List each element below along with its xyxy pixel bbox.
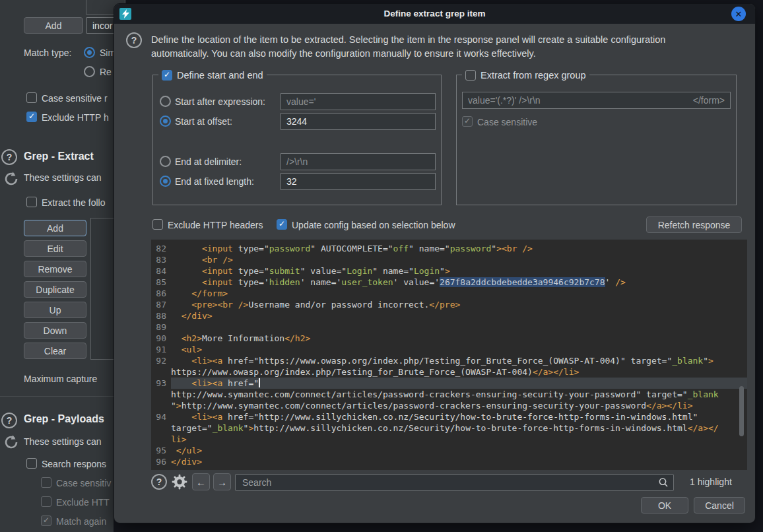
search-options-gear-icon[interactable] bbox=[171, 473, 188, 490]
code-row: 94 <li><a href="http://www.sillychicken.… bbox=[151, 411, 747, 422]
case-sensitive-match-label: Case sensitive r bbox=[42, 93, 108, 104]
search-help-icon[interactable]: ? bbox=[151, 474, 167, 490]
case-sensitiv-checkbox bbox=[41, 477, 51, 488]
dialog-title: Define extract grep item bbox=[114, 4, 755, 24]
search-input[interactable] bbox=[235, 474, 674, 491]
response-code-panel[interactable]: 82 <input type="password" AUTOCOMPLETE="… bbox=[151, 240, 747, 470]
grep-payloads-help-icon[interactable]: ? bbox=[1, 413, 17, 428]
sidebar-button-clear[interactable]: Clear bbox=[24, 343, 86, 359]
code-row: ">http://www.symantec.com/connect/articl… bbox=[151, 400, 747, 411]
line-number: 84 bbox=[151, 265, 171, 277]
sidebar-button-duplicate[interactable]: Duplicate bbox=[24, 281, 86, 298]
line-number: 96 bbox=[151, 456, 171, 467]
exclude-http-headers-checkbox[interactable] bbox=[152, 219, 163, 230]
code-row: 85 <input type='hidden' name='user_token… bbox=[151, 277, 747, 288]
exclude-htt-checkbox bbox=[41, 496, 51, 507]
code-lines: 82 <input type="password" AUTOCOMPLETE="… bbox=[151, 243, 747, 467]
end-at-fixed-length-label: End at fixed length: bbox=[175, 176, 254, 187]
code-text: <input type="submit" value="Login" name=… bbox=[171, 265, 747, 277]
regex-value-end: </form> bbox=[693, 95, 725, 106]
grep-extract-help-icon[interactable]: ? bbox=[1, 149, 17, 165]
extract-regex-label: Extract from regex group bbox=[481, 70, 586, 81]
code-scrollbar-thumb[interactable] bbox=[739, 386, 744, 436]
line-number: 86 bbox=[151, 288, 171, 299]
code-text: <li><a href=" bbox=[171, 378, 747, 389]
code-row: 91 <ul> bbox=[151, 344, 747, 355]
code-text: <input type='hidden' name='user_token' v… bbox=[171, 277, 747, 288]
code-row: target="_blank">http://www.sillychicken.… bbox=[151, 422, 747, 434]
grep-payloads-reset-icon[interactable] bbox=[3, 434, 20, 451]
payload-option-row: Match again bbox=[26, 515, 112, 527]
line-number: 91 bbox=[151, 344, 171, 355]
match-type-label: Match type: bbox=[24, 48, 71, 58]
end-at-fixed-length-field[interactable]: 32 bbox=[281, 173, 436, 190]
define-start-end-group: Define start and end Start after express… bbox=[152, 75, 442, 205]
payload-option-row: Case sensitiv bbox=[26, 477, 112, 489]
case-sensitive-match-checkbox[interactable] bbox=[26, 92, 37, 103]
grep-extract-reset-icon[interactable] bbox=[3, 170, 20, 187]
code-text: https://www.owasp.org/index.php/Testing_… bbox=[171, 366, 747, 378]
sidebar-button-down[interactable]: Down bbox=[24, 322, 86, 339]
code-row: 87 <pre><br />Username and/or password i… bbox=[151, 299, 747, 310]
end-at-delimiter-radio[interactable] bbox=[160, 156, 171, 167]
highlight-count: 1 highlight bbox=[690, 477, 732, 487]
start-end-row: End at delimiter:/>\r\n bbox=[153, 153, 441, 173]
screen: Add incor Match type: Sim Re Case sensit… bbox=[0, 0, 763, 532]
line-number bbox=[151, 389, 171, 400]
dialog-titlebar[interactable]: Define extract grep item ✕ bbox=[114, 4, 755, 24]
match-again-label: Match again bbox=[56, 516, 106, 527]
update-config-checkbox[interactable] bbox=[277, 219, 287, 230]
start-after-expression-field[interactable]: value=' bbox=[281, 93, 436, 110]
code-text: target="_blank">http://www.sillychicken.… bbox=[171, 422, 747, 434]
dialog-help-icon[interactable]: ? bbox=[126, 32, 142, 48]
code-text: <ul> bbox=[171, 344, 747, 355]
extract-regex-checkbox[interactable] bbox=[465, 70, 476, 81]
line-number: 85 bbox=[151, 277, 171, 288]
start-end-row: Start at offset:3244 bbox=[153, 113, 441, 133]
end-at-fixed-length-radio[interactable] bbox=[160, 176, 171, 187]
extract-following-checkbox[interactable] bbox=[26, 197, 37, 207]
cancel-button[interactable]: Cancel bbox=[694, 497, 745, 514]
code-text: </div> bbox=[171, 310, 747, 321]
exclude-http-headers-match-checkbox[interactable] bbox=[26, 112, 37, 122]
code-text: </form> bbox=[171, 288, 747, 299]
line-number: 89 bbox=[151, 321, 171, 333]
sidebar-button-up[interactable]: Up bbox=[24, 302, 86, 318]
add-button-top[interactable]: Add bbox=[24, 17, 83, 34]
end-at-delimiter-field[interactable]: />\r\n bbox=[281, 153, 436, 170]
regex-field[interactable]: value='(.*?)' />\r\n </form> bbox=[462, 92, 731, 109]
define-start-end-label: Define start and end bbox=[177, 70, 263, 81]
grep-extract-title: Grep - Extract bbox=[24, 150, 94, 162]
line-number bbox=[151, 434, 171, 445]
refetch-response-button[interactable]: Refetch response bbox=[646, 216, 742, 233]
search-respons-checkbox[interactable] bbox=[26, 458, 37, 469]
text-caret bbox=[259, 378, 260, 387]
sidebar-button-remove[interactable]: Remove bbox=[24, 261, 86, 277]
code-text bbox=[171, 321, 747, 333]
define-start-end-checkbox[interactable] bbox=[162, 70, 172, 81]
line-number: 82 bbox=[151, 243, 171, 254]
ok-button[interactable]: OK bbox=[641, 497, 688, 514]
start-after-expression-radio[interactable] bbox=[160, 96, 171, 107]
regex-case-sensitive-checkbox bbox=[462, 116, 473, 127]
line-number bbox=[151, 400, 171, 411]
start-at-offset-field[interactable]: 3244 bbox=[281, 113, 436, 130]
code-text: </div> bbox=[171, 456, 747, 467]
match-type-regex-radio[interactable] bbox=[84, 66, 95, 77]
start-at-offset-label: Start at offset: bbox=[175, 116, 232, 127]
next-highlight-button[interactable]: → bbox=[213, 473, 231, 490]
grep-extract-desc: These settings can bbox=[24, 172, 102, 183]
sidebar-button-add[interactable]: Add bbox=[24, 220, 86, 236]
match-type-simple-radio[interactable] bbox=[84, 47, 95, 58]
close-icon[interactable]: ✕ bbox=[731, 7, 746, 21]
sidebar-button-edit[interactable]: Edit bbox=[24, 240, 86, 257]
line-number bbox=[151, 366, 171, 378]
code-text: </ul> bbox=[171, 445, 747, 456]
case-sensitiv-label: Case sensitiv bbox=[56, 478, 111, 488]
line-number: 83 bbox=[151, 254, 171, 265]
extract-following-label: Extract the follo bbox=[42, 197, 106, 208]
code-row: 84 <input type="submit" value="Login" na… bbox=[151, 265, 747, 277]
code-row: li> bbox=[151, 434, 747, 445]
previous-highlight-button[interactable]: ← bbox=[192, 473, 210, 490]
start-at-offset-radio[interactable] bbox=[160, 116, 171, 127]
